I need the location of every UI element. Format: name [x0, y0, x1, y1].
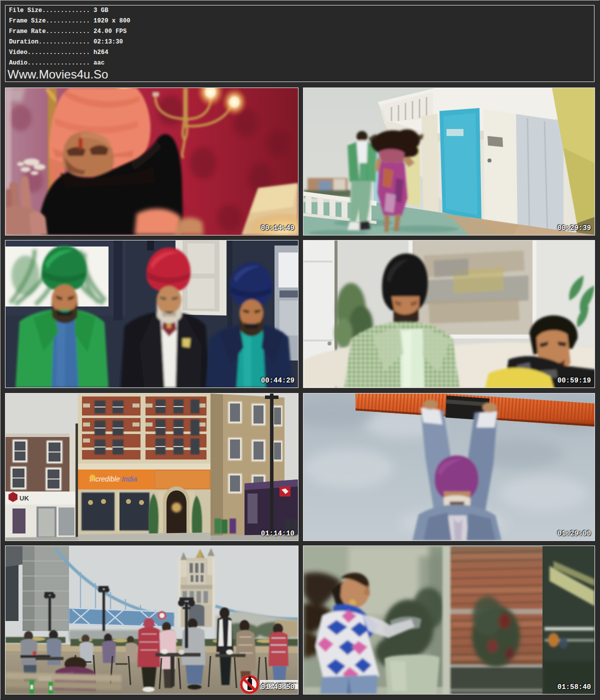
svg-text:Incredible India: Incredible India — [90, 475, 137, 483]
svg-text:UK: UK — [20, 494, 29, 502]
